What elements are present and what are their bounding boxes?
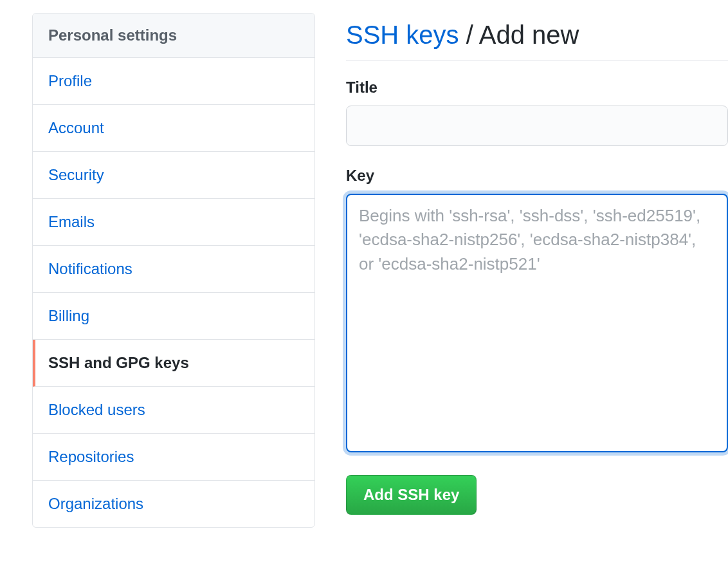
sidebar-item-blocked-users[interactable]: Blocked users [33,387,314,434]
add-ssh-key-button[interactable]: Add SSH key [346,475,477,515]
sidebar-item-account[interactable]: Account [33,105,314,152]
page-title-current: Add new [479,21,579,49]
page-title-separator: / [459,21,479,49]
main-content: SSH keys / Add new Title Key Add SSH key [346,13,728,528]
sidebar-header: Personal settings [33,14,314,58]
title-input[interactable] [346,106,728,146]
sidebar-item-emails[interactable]: Emails [33,199,314,246]
sidebar-item-repositories[interactable]: Repositories [33,434,314,481]
sidebar-item-security[interactable]: Security [33,152,314,199]
key-textarea[interactable] [346,194,728,452]
title-field-group: Title [346,79,728,146]
settings-sidebar: Personal settings Profile Account Securi… [32,13,315,528]
key-field-group: Key [346,167,728,454]
sidebar-item-ssh-gpg-keys[interactable]: SSH and GPG keys [33,340,314,387]
key-label: Key [346,167,728,185]
sidebar-item-billing[interactable]: Billing [33,293,314,340]
sidebar-item-organizations[interactable]: Organizations [33,481,314,527]
sidebar-item-notifications[interactable]: Notifications [33,246,314,293]
page-title: SSH keys / Add new [346,21,728,60]
title-label: Title [346,79,728,97]
page-title-link[interactable]: SSH keys [346,21,459,49]
sidebar-item-profile[interactable]: Profile [33,58,314,105]
